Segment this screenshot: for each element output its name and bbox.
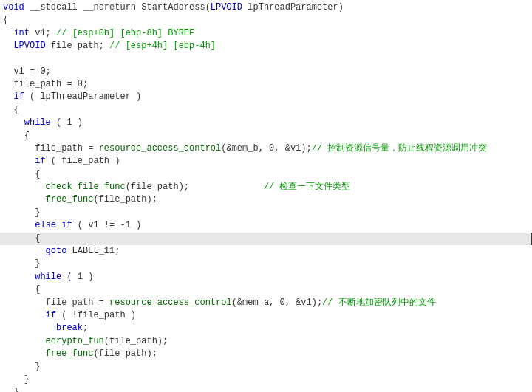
code-line: } (0, 361, 532, 374)
code-line: goto LABEL_11; (0, 245, 532, 258)
code-line: { (0, 130, 532, 142)
code-line: v1 = 0; (0, 66, 532, 78)
code-line: { (0, 168, 532, 181)
code-line (0, 53, 532, 66)
code-line: file_path = resource_access_control(&mem… (0, 142, 532, 155)
code-line: if ( !file_path ) (0, 309, 532, 322)
code-line: file_path = resource_access_control(&mem… (0, 297, 532, 309)
code-line: int v1; // [esp+0h] [ebp-8h] BYREF (0, 27, 532, 40)
code-line: break; (0, 322, 532, 334)
code-container: void __stdcall __noreturn StartAddress(L… (0, 0, 532, 392)
code-line: free_func(file_path); (0, 348, 532, 360)
code-line: while ( 1 ) (0, 117, 532, 129)
code-line: LPVOID file_path; // [esp+4h] [ebp-4h] (0, 40, 532, 52)
code-line: else if ( v1 != -1 ) (0, 219, 532, 232)
code-line: { (0, 14, 532, 27)
code-line: void __stdcall __noreturn StartAddress(L… (0, 1, 532, 14)
code-line: if ( lpThreadParameter ) (0, 91, 532, 103)
code-line: ecrypto_fun(file_path); (0, 335, 532, 348)
code-line: { (0, 104, 532, 117)
code-line: if ( file_path ) (0, 155, 532, 168)
code-line: } (0, 207, 532, 219)
code-line: } (0, 258, 532, 270)
code-line: check_file_func(file_path); // 检查一下文件类型 (0, 181, 532, 193)
code-line: while ( 1 ) (0, 271, 532, 283)
code-line: free_func(file_path); (0, 193, 532, 206)
code-line: } (0, 386, 532, 392)
code-line: { (0, 283, 532, 296)
code-line: } (0, 374, 532, 386)
code-line: { (0, 233, 532, 245)
code-line: file_path = 0; (0, 78, 532, 91)
